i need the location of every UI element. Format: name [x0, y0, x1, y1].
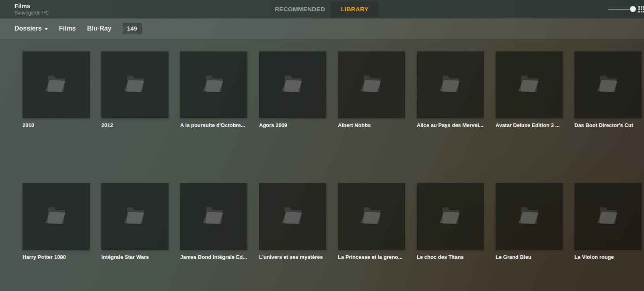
folder-item[interactable]: L'univers et ses mystères — [259, 183, 326, 260]
slider-track[interactable] — [608, 9, 633, 10]
folders-dropdown[interactable]: Dossiers — [14, 25, 48, 32]
folder-icon — [511, 203, 547, 231]
view-tabs: RECOMMENDED LIBRARY — [275, 0, 379, 18]
folder-icon — [196, 203, 232, 231]
filter-films[interactable]: Films — [59, 25, 76, 32]
folder-icon — [590, 203, 626, 231]
slider-knob[interactable] — [630, 6, 636, 12]
folder-icon — [432, 203, 469, 231]
grid-view-icon[interactable] — [638, 6, 644, 12]
folder-icon — [354, 203, 390, 231]
folder-label: Le choc des Titans — [417, 254, 484, 260]
tab-recommended[interactable]: RECOMMENDED — [275, 6, 325, 12]
filter-bar: Dossiers Films Blu-Ray 149 — [0, 18, 644, 39]
folder-label: Albert Nobbs — [338, 122, 405, 128]
folder-icon — [117, 203, 153, 231]
folder-label: Le Grand Bleu — [496, 254, 563, 260]
folder-item[interactable]: Alice au Pays des Mervei... — [417, 51, 484, 128]
top-bar: Films Sauvegarde-PC RECOMMENDED LIBRARY — [0, 0, 644, 18]
folder-icon — [511, 71, 547, 99]
server-name: Sauvegarde-PC — [14, 10, 49, 16]
folder-item[interactable]: Le choc des Titans — [417, 183, 484, 260]
folder-label: Alice au Pays des Mervei... — [417, 122, 484, 128]
folder-thumbnail[interactable] — [23, 51, 90, 118]
folder-thumbnail[interactable] — [417, 183, 484, 250]
folder-thumbnail[interactable] — [101, 183, 169, 250]
poster-size-slider[interactable] — [608, 6, 633, 12]
folder-icon — [590, 71, 626, 99]
folder-label: A la poursuite d'Octobre... — [180, 122, 247, 128]
folder-thumbnail[interactable] — [23, 183, 90, 250]
folder-thumbnail[interactable] — [180, 183, 247, 250]
folder-thumbnail[interactable] — [101, 51, 169, 118]
folder-label: 2010 — [23, 122, 90, 128]
folder-item[interactable]: Harry Potter 1080 — [23, 183, 90, 260]
folder-item[interactable]: Le Violon rouge — [574, 183, 642, 260]
folder-item[interactable]: James Bond Intégrale Ed... — [180, 183, 247, 260]
folder-item[interactable]: Agora 2009 — [259, 51, 326, 128]
library-title-block: Films Sauvegarde-PC — [14, 2, 49, 16]
folder-label: James Bond Intégrale Ed... — [180, 254, 247, 260]
folder-thumbnail[interactable] — [496, 183, 563, 250]
folder-thumbnail[interactable] — [338, 51, 405, 118]
folder-icon — [432, 71, 469, 99]
folder-item[interactable]: La Princesse et la greno... — [338, 183, 405, 260]
folder-label: Das Boot Director's Cut — [574, 122, 642, 128]
folder-thumbnail[interactable] — [496, 51, 563, 118]
folder-item[interactable]: Avatar Deluxe Edition 3 ... — [496, 51, 563, 128]
folder-item[interactable]: Le Grand Bleu — [496, 183, 563, 260]
folder-label: Harry Potter 1080 — [23, 254, 90, 260]
folder-thumbnail[interactable] — [338, 183, 405, 250]
folder-label: L'univers et ses mystères — [259, 254, 326, 260]
folder-item[interactable]: Das Boot Director's Cut — [574, 51, 642, 128]
folder-label: Le Violon rouge — [574, 254, 642, 260]
folder-label: Intégrale Star Wars — [101, 254, 169, 260]
item-count-badge: 149 — [123, 23, 142, 34]
folder-thumbnail[interactable] — [417, 51, 484, 118]
folder-icon — [275, 203, 311, 231]
folder-thumbnail[interactable] — [574, 183, 642, 250]
folder-icon — [196, 71, 232, 99]
folder-label: Avatar Deluxe Edition 3 ... — [496, 122, 563, 128]
library-grid: 2010 2012 A la poursuite d'Octobre... Ag… — [23, 51, 642, 260]
topbar-controls — [608, 0, 644, 18]
folder-icon — [275, 71, 311, 99]
filter-bluray[interactable]: Blu-Ray — [87, 25, 111, 32]
chevron-down-icon — [45, 28, 48, 30]
folder-icon — [117, 71, 153, 99]
folder-thumbnail[interactable] — [259, 51, 326, 118]
folder-label: Agora 2009 — [259, 122, 326, 128]
folder-item[interactable]: 2012 — [101, 51, 169, 128]
folder-icon — [38, 71, 74, 99]
folder-item[interactable]: Albert Nobbs — [338, 51, 405, 128]
folder-icon — [38, 203, 74, 231]
folder-label: 2012 — [101, 122, 169, 128]
folder-thumbnail[interactable] — [180, 51, 247, 118]
folder-thumbnail[interactable] — [574, 51, 642, 118]
folder-item[interactable]: A la poursuite d'Octobre... — [180, 51, 247, 128]
page-title: Films — [14, 2, 49, 9]
folder-item[interactable]: 2010 — [23, 51, 90, 128]
folder-label: La Princesse et la greno... — [338, 254, 405, 260]
folders-dropdown-label: Dossiers — [14, 25, 42, 32]
tab-library[interactable]: LIBRARY — [330, 1, 379, 17]
folder-item[interactable]: Intégrale Star Wars — [101, 183, 169, 260]
folder-thumbnail[interactable] — [259, 183, 326, 250]
folder-icon — [354, 71, 390, 99]
